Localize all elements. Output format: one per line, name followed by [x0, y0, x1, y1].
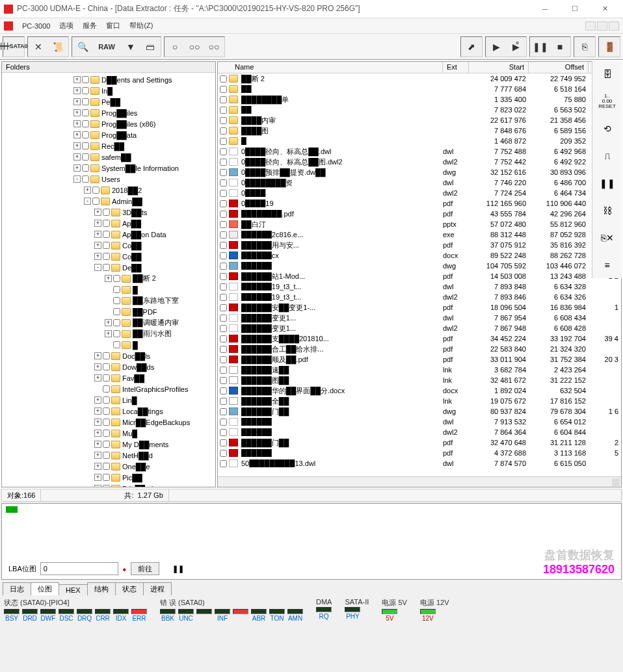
expander-icon[interactable]: +	[73, 131, 81, 138]
sata0-button[interactable]: ┿┿┿SATA0	[5, 38, 23, 55]
tree-item[interactable]: █	[3, 339, 214, 350]
reset-icon[interactable]: 1..0.00RESET	[598, 92, 616, 110]
file-checkbox[interactable]	[220, 429, 227, 436]
tab-1[interactable]: 位图	[31, 582, 59, 595]
expander-icon[interactable]: +	[94, 430, 101, 437]
copy-icon[interactable]: ⎘	[576, 38, 594, 55]
file-row[interactable]: ██7 823 0226 563 502	[218, 105, 621, 115]
tree-item[interactable]: +██雨污水图	[3, 328, 214, 339]
pause-small-icon[interactable]: ❚❚	[172, 565, 184, 573]
expander-icon[interactable]: +	[73, 98, 81, 105]
tree-checkbox[interactable]	[82, 87, 89, 94]
file-checkbox[interactable]	[220, 96, 227, 103]
tree-item[interactable]: IntelGraphicsProfiles	[3, 383, 214, 394]
pause-icon[interactable]: ❚❚	[531, 38, 550, 55]
db-icon[interactable]: 🗃	[141, 38, 159, 55]
tree-checkbox[interactable]	[82, 98, 89, 105]
file-checkbox[interactable]	[220, 346, 227, 353]
tree-checkbox[interactable]	[82, 109, 89, 116]
expander-icon[interactable]: +	[94, 209, 101, 216]
close-button[interactable]: ✕	[590, 1, 619, 18]
expander-icon[interactable]	[105, 341, 112, 348]
tree-checkbox[interactable]	[103, 220, 110, 227]
tree-checkbox[interactable]	[82, 153, 89, 161]
file-checkbox[interactable]	[220, 398, 227, 405]
tree-checkbox[interactable]	[103, 264, 110, 271]
tree-item[interactable]: +2018██2	[3, 185, 214, 196]
play-icon[interactable]: ▶	[487, 38, 505, 55]
expander-icon[interactable]: +	[94, 485, 101, 487]
expander-icon[interactable]: +	[94, 374, 101, 381]
exit-icon[interactable]: 🚪	[600, 38, 618, 55]
expander-icon[interactable]: +	[94, 474, 101, 481]
file-checkbox[interactable]	[220, 387, 227, 394]
tree-item[interactable]: +Prin██od	[3, 483, 214, 487]
tree-checkbox[interactable]	[103, 242, 110, 249]
tree-checkbox[interactable]	[103, 419, 110, 426]
tree-item[interactable]: +Micr██EdgeBackups	[3, 417, 214, 428]
file-row[interactable]: ██████pdf4 372 6883 113 1685	[218, 448, 621, 458]
file-row[interactable]: █1 468 872209 352	[218, 136, 621, 146]
file-row[interactable]: 0████dwl27 724 2546 464 734	[218, 188, 621, 198]
play-config-icon[interactable]: ▶̊	[507, 38, 525, 55]
file-checkbox[interactable]	[220, 159, 227, 166]
expander-icon[interactable]: +	[84, 187, 91, 194]
file-checkbox[interactable]	[220, 252, 227, 259]
file-checkbox[interactable]	[220, 439, 227, 446]
minimize-button[interactable]: ─	[531, 1, 559, 18]
file-checkbox[interactable]	[220, 294, 227, 301]
batch-icon[interactable]: ⎘✕	[598, 229, 616, 247]
file-checkbox[interactable]	[220, 200, 227, 207]
folder-tree[interactable]: +D██ents and Settings+In█+Pe██+Prog██ile…	[2, 73, 215, 487]
file-row[interactable]: ██████dwl27 864 3646 604 844	[218, 427, 621, 437]
col-offset[interactable]: Offset	[529, 62, 589, 73]
file-row[interactable]: ██白汀pptx57 072 48055 812 9601	[218, 219, 621, 229]
file-checkbox[interactable]	[220, 408, 227, 415]
tree-item[interactable]: +Ap██	[3, 218, 214, 229]
tree-checkbox[interactable]	[92, 198, 99, 205]
file-row[interactable]: ██████cxdocx89 522 24888 262 72816 6	[218, 250, 621, 261]
col-ext[interactable]: Ext	[443, 62, 469, 73]
tree-checkbox[interactable]	[82, 76, 89, 83]
file-row[interactable]: ██████速██lnk3 682 7842 423 264	[218, 365, 621, 375]
file-checkbox[interactable]	[220, 221, 227, 228]
file-checkbox[interactable]	[220, 117, 227, 124]
expander-icon[interactable]: -	[84, 198, 91, 205]
file-row[interactable]: 0████径向、标高总██.dwldwl7 752 4886 492 968	[218, 146, 621, 157]
tree-item[interactable]: -Users	[3, 174, 214, 185]
file-checkbox[interactable]	[220, 138, 227, 145]
file-row[interactable]: ██████安██变更1-...pdf18 096 50416 836 9841	[218, 302, 621, 313]
expander-icon[interactable]: +	[94, 363, 101, 370]
tab-2[interactable]: HEX	[59, 584, 88, 595]
expander-icon[interactable]: +	[94, 242, 101, 249]
binoculars-icon[interactable]: 🔍	[73, 38, 92, 55]
col-start[interactable]: Start	[469, 62, 529, 73]
tree-checkbox[interactable]	[103, 374, 110, 381]
tree-checkbox[interactable]	[103, 485, 110, 487]
node3-icon[interactable]: ○○	[205, 38, 223, 55]
tree-item[interactable]: +Co██	[3, 251, 214, 262]
file-row[interactable]: 50█████████13.dwldwl7 874 5706 615 050	[218, 458, 621, 469]
expander-icon[interactable]: +	[73, 87, 81, 94]
expander-icon[interactable]: -	[94, 264, 101, 271]
expander-icon[interactable]: +	[105, 319, 112, 326]
power-cycle-icon[interactable]: ⟲	[598, 120, 616, 138]
expander-icon[interactable]: -	[73, 175, 81, 183]
file-checkbox[interactable]	[220, 325, 227, 332]
file-checkbox[interactable]	[220, 356, 227, 363]
file-checkbox[interactable]	[220, 242, 227, 249]
expander-icon[interactable]: +	[73, 153, 81, 161]
tree-item[interactable]: +Prog██ata	[3, 129, 214, 140]
tree-item[interactable]: +safem██	[3, 151, 214, 162]
expander-icon[interactable]: +	[73, 164, 81, 172]
file-checkbox[interactable]	[220, 179, 227, 187]
file-row[interactable]: ██████全██lnk19 075 67217 816 152	[218, 396, 621, 406]
menu-services[interactable]: 服务	[83, 21, 97, 31]
raw-button[interactable]: RAW	[93, 38, 120, 55]
chain-icon[interactable]: ⛓	[598, 201, 616, 220]
file-row[interactable]: ████图7 848 6766 589 156	[218, 125, 621, 136]
tree-item[interactable]: +Doc██ls	[3, 350, 214, 361]
file-row[interactable]: ██████用与安...pdf37 075 91235 816 3927	[218, 240, 621, 250]
pause-right-icon[interactable]: ❚❚	[598, 174, 616, 192]
file-row[interactable]: ██████dwl7 913 5326 654 012	[218, 417, 621, 427]
